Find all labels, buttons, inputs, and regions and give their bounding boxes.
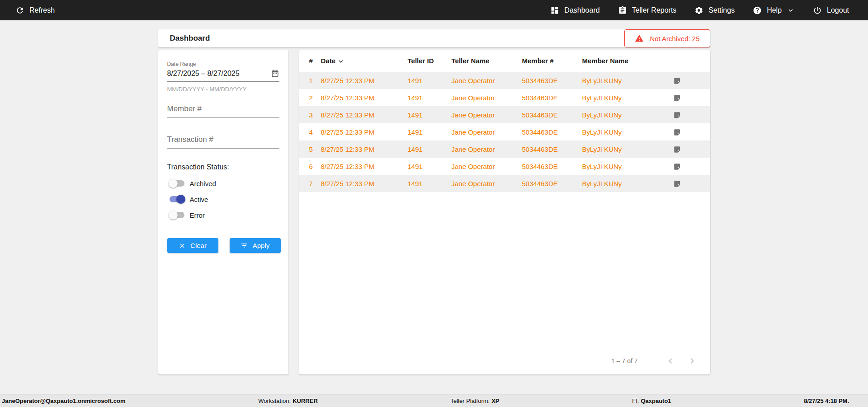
note-button[interactable]: [673, 145, 681, 154]
table-row[interactable]: 4 8/27/25 12:33 PM 1491 Jane Operator 50…: [299, 123, 710, 140]
status-toggle-row[interactable]: Archived: [170, 178, 279, 188]
date-range-field[interactable]: 8/27/2025 – 8/27/2025: [167, 69, 279, 82]
date-sort-control[interactable]: Date: [321, 56, 345, 65]
date-range-label: Date Range: [167, 61, 279, 67]
topbar: Refresh Dashboard Teller Reports Setting…: [0, 0, 868, 20]
nav-logout[interactable]: Logout: [813, 6, 849, 15]
table-header-row: # Date Teller ID Teller Name Member # Me…: [299, 50, 710, 72]
row-member-number: 5034463DE: [522, 123, 582, 140]
col-header-member-name[interactable]: Member Name: [582, 50, 673, 72]
page-title: Dashboard: [170, 34, 210, 43]
row-member-number: 5034463DE: [522, 72, 582, 89]
refresh-button[interactable]: Refresh: [15, 6, 55, 15]
row-number: 7: [299, 175, 321, 192]
apply-button[interactable]: Apply: [230, 238, 281, 253]
note-icon: [673, 94, 681, 102]
paginator: 1 – 7 of 7: [299, 348, 710, 374]
row-actions-cell: [673, 175, 710, 192]
note-button[interactable]: [673, 163, 681, 171]
row-actions-cell: [673, 106, 710, 123]
row-member-name: ByLyJI KUNy: [582, 175, 673, 192]
chevron-right-icon: [687, 356, 698, 366]
col-header-member-number[interactable]: Member #: [522, 50, 582, 72]
row-teller-name: Jane Operator: [452, 123, 522, 140]
close-icon: [179, 242, 186, 249]
note-icon: [673, 145, 681, 154]
note-icon: [673, 180, 681, 188]
table-row[interactable]: 2 8/27/25 12:33 PM 1491 Jane Operator 50…: [299, 89, 710, 106]
nav-settings[interactable]: Settings: [694, 6, 735, 15]
row-date: 8/27/25 12:33 PM: [321, 123, 408, 140]
footer-platform-label: Teller Platform:: [450, 398, 490, 404]
next-page-button[interactable]: [687, 356, 698, 366]
note-icon: [673, 77, 681, 85]
footer-fi-label: FI:: [632, 398, 639, 404]
sort-desc-icon: [337, 57, 345, 65]
status-toggles: Archived Active Error: [167, 178, 279, 220]
note-button[interactable]: [673, 94, 681, 102]
footer-workstation-value: KURRER: [292, 398, 318, 404]
filter-icon: [241, 242, 248, 249]
table-row[interactable]: 7 8/27/25 12:33 PM 1491 Jane Operator 50…: [299, 175, 710, 192]
transaction-number-field-wrap: [167, 133, 279, 149]
row-teller-id: 1491: [408, 106, 452, 123]
table-row[interactable]: 1 8/27/25 12:33 PM 1491 Jane Operator 50…: [299, 72, 710, 89]
warning-icon: [635, 34, 644, 43]
table-row[interactable]: 3 8/27/25 12:33 PM 1491 Jane Operator 50…: [299, 106, 710, 123]
row-member-number: 5034463DE: [522, 158, 582, 175]
nav-help[interactable]: Help: [753, 6, 795, 15]
row-member-name: ByLyJI KUNy: [582, 123, 673, 140]
previous-page-button[interactable]: [665, 356, 676, 366]
col-header-teller-id[interactable]: Teller ID: [408, 50, 452, 72]
col-header-teller-name[interactable]: Teller Name: [452, 50, 522, 72]
not-archived-label: Not Archived: 25: [650, 35, 699, 42]
active-toggle-label: Active: [190, 196, 208, 203]
nav-dashboard[interactable]: Dashboard: [550, 6, 599, 15]
status-toggle-row[interactable]: Active: [170, 194, 279, 204]
table-row[interactable]: 5 8/27/25 12:33 PM 1491 Jane Operator 50…: [299, 140, 710, 158]
note-button[interactable]: [673, 180, 681, 188]
row-number: 3: [299, 106, 321, 123]
col-header-date[interactable]: Date: [321, 50, 408, 72]
row-teller-id: 1491: [408, 140, 452, 158]
row-teller-id: 1491: [408, 72, 452, 89]
transactions-panel: # Date Teller ID Teller Name Member # Me…: [299, 50, 710, 374]
error-toggle-label: Error: [190, 211, 205, 219]
clear-button[interactable]: Clear: [167, 238, 218, 253]
note-button[interactable]: [673, 111, 681, 119]
date-range-value[interactable]: 8/27/2025 – 8/27/2025: [167, 70, 240, 78]
nav-teller-reports-label: Teller Reports: [632, 6, 677, 14]
row-number: 2: [299, 89, 321, 106]
error-toggle[interactable]: [170, 212, 184, 218]
footer-workstation: Workstation:KURRER: [258, 398, 318, 404]
footer-platform: Teller Platform:XP: [450, 398, 499, 404]
not-archived-badge[interactable]: Not Archived: 25: [624, 29, 710, 47]
row-teller-name: Jane Operator: [452, 106, 522, 123]
active-toggle[interactable]: [170, 196, 184, 202]
transaction-number-input[interactable]: [167, 133, 279, 149]
help-icon: [753, 6, 762, 15]
nav-teller-reports[interactable]: Teller Reports: [618, 6, 677, 15]
row-member-name: ByLyJI KUNy: [582, 106, 673, 123]
page-header: Dashboard Not Archived: 25: [158, 29, 710, 47]
member-number-input[interactable]: [167, 103, 279, 118]
apply-button-label: Apply: [253, 242, 270, 249]
col-header-date-label: Date: [321, 57, 336, 65]
topbar-nav: Dashboard Teller Reports Settings Help L…: [550, 6, 849, 15]
row-date: 8/27/25 12:33 PM: [321, 175, 408, 192]
teller-reports-icon: [618, 6, 627, 15]
refresh-icon: [15, 6, 24, 15]
status-toggle-row[interactable]: Error: [170, 210, 279, 220]
note-button[interactable]: [673, 77, 681, 85]
table-row[interactable]: 6 8/27/25 12:33 PM 1491 Jane Operator 50…: [299, 158, 710, 175]
row-number: 1: [299, 72, 321, 89]
note-button[interactable]: [673, 128, 681, 136]
archived-toggle[interactable]: [170, 180, 184, 187]
row-member-name: ByLyJI KUNy: [582, 140, 673, 158]
row-member-number: 5034463DE: [522, 175, 582, 192]
chevron-left-icon: [665, 356, 676, 366]
row-member-name: ByLyJI KUNy: [582, 72, 673, 89]
note-icon: [673, 163, 681, 171]
footer-fi: FI:Qaxpauto1: [632, 398, 671, 404]
calendar-button[interactable]: [271, 69, 279, 78]
